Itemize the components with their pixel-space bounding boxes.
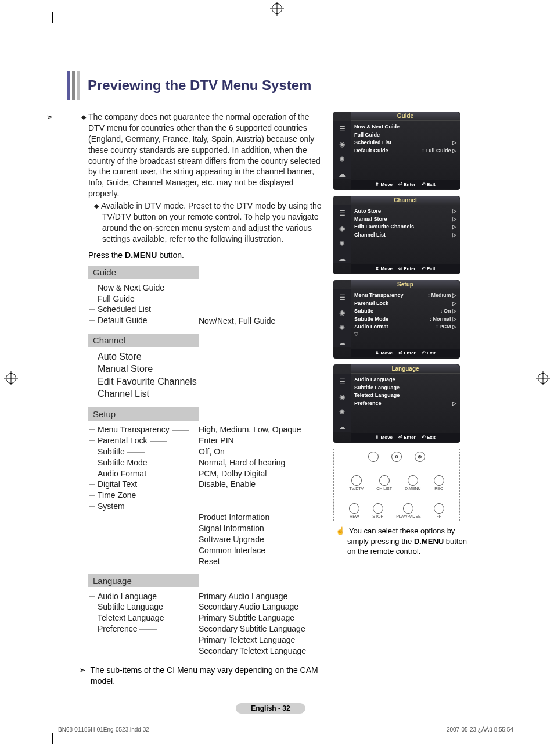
crop-mark [52, 12, 64, 23]
picture-icon: ✺ [337, 155, 347, 164]
tv-icon: ☰ [337, 209, 347, 218]
title-accent [67, 71, 80, 100]
osd-row: Subtitle: On ▷ [354, 307, 456, 316]
registration-mark-icon [6, 373, 16, 384]
crop-mark [52, 733, 64, 744]
tree-value: High, Medium, Low, Opaque [199, 424, 323, 435]
remote-button [368, 452, 379, 463]
section-channel: Channel Auto Store Manual Store Edit Fav… [88, 334, 323, 400]
tree-item: Parental Lock [88, 435, 199, 446]
section-guide: Guide Now & Next Guide Full Guide Schedu… [88, 266, 323, 327]
intro-paragraph-2: ◆Available in DTV mode. Preset to the DT… [102, 200, 323, 245]
sound-icon: ☁ [337, 422, 347, 432]
osd-row: Parental Lock▷ [354, 300, 456, 308]
tree-item: Scheduled List [88, 304, 199, 315]
osd-enter-hint: ⏎ Enter [398, 435, 416, 440]
tree-item: Teletext Language [88, 612, 199, 624]
remote-button: TV/DTV [349, 475, 364, 490]
crop-mark [508, 733, 519, 744]
section-header: Language [88, 574, 199, 587]
input-icon: ◉ [337, 139, 347, 149]
tree-item: Default Guide [88, 315, 199, 326]
osd-move-hint: ⇳ Move [375, 435, 393, 440]
footer-timestamp: 2007-05-23 ¿ÀÀü 8:55:54 [447, 726, 513, 733]
picture-icon: ✺ [337, 239, 347, 248]
footnote: ➣ The sub-items of the CI Menu may vary … [91, 665, 323, 687]
tree-value: Secondary Audio Language [199, 601, 323, 612]
osd-row: Channel List▷ [354, 231, 456, 239]
tree-item: System [88, 501, 199, 512]
section-header: Guide [88, 266, 199, 279]
tree-item: Subtitle [88, 446, 199, 457]
osd-panel-language: Language ☰ ◉ ✺ ☁ Audio LanguageSubtitle … [333, 364, 460, 443]
section-header: Setup [88, 407, 199, 421]
osd-title: Guide [351, 112, 460, 121]
osd-row: Audio Language [354, 376, 456, 384]
osd-more-indicator: ▽ [354, 331, 456, 337]
remote-button: REW [349, 503, 359, 518]
remote-button: REC [434, 475, 444, 490]
tree-value: PCM, Dolby Digital [199, 468, 323, 479]
registration-mark-icon [272, 3, 282, 14]
intro-paragraph-1: ➣◆The company does not guarantee the nor… [88, 112, 323, 199]
tree-value: Primary Teletext Language [199, 635, 323, 646]
tree-value: Primary Audio Language [199, 591, 323, 602]
remote-button: STOP [372, 503, 383, 518]
tree-item: Subtitle Mode [88, 457, 199, 468]
sound-icon: ☁ [337, 170, 347, 179]
footer-filename: BN68-01186H-01Eng-0523.indd 32 [58, 726, 149, 733]
osd-row: Full Guide [354, 131, 456, 139]
osd-row: Auto Store▷ [354, 207, 456, 216]
tree-value: Secondary Teletext Language [199, 646, 323, 657]
osd-row: Preference▷ [354, 400, 456, 408]
section-setup: Setup Menu Transparency Parental Lock Su… [88, 407, 323, 567]
osd-row: Subtitle Language [354, 384, 456, 392]
osd-panel-guide: Guide ☰ ◉ ✺ ☁ Now & Next GuideFull Guide… [333, 112, 460, 190]
remote-button: 0 [391, 452, 402, 463]
tree-value: Secondary Subtitle Language [199, 624, 323, 635]
osd-row: Scheduled List▷ [354, 139, 456, 147]
input-icon: ◉ [337, 392, 347, 402]
tree-item: Subtitle Language [88, 601, 199, 612]
tree-item: Time Zone [88, 490, 199, 501]
osd-row: Menu Transparency: Medium ▷ [354, 292, 456, 300]
remote-button: CH LIST [376, 475, 392, 490]
tree-item: Channel List [88, 388, 323, 400]
tree-value: Software Upgrade [199, 534, 323, 545]
sound-icon: ☁ [337, 338, 347, 347]
remote-button: ⊜ [415, 452, 425, 463]
crop-mark [508, 12, 519, 23]
sound-icon: ☁ [337, 254, 347, 263]
osd-row: Default Guide: Full Guide ▷ [354, 147, 456, 155]
osd-row: Audio Format: PCM ▷ [354, 323, 456, 331]
osd-row: Edit Favourite Channels▷ [354, 223, 456, 231]
tip-text: ☝ You can select these options by simply… [347, 526, 467, 557]
registration-mark-icon [538, 373, 548, 384]
osd-enter-hint: ⏎ Enter [398, 350, 416, 356]
tree-value: Enter PIN [199, 435, 323, 446]
osd-row: Teletext Language [354, 392, 456, 400]
page-title: Previewing the DTV Menu System [88, 77, 311, 94]
osd-row: Manual Store▷ [354, 216, 456, 224]
tree-value: Now/Next, Full Guide [199, 282, 323, 327]
tree-item: Now & Next Guide [88, 282, 199, 293]
tree-value: Disable, Enable [199, 479, 323, 490]
tv-icon: ☰ [337, 377, 347, 386]
osd-row: Subtitle Mode: Normal ▷ [354, 316, 456, 324]
osd-exit-hint: ↶ Exit [422, 350, 436, 356]
remote-button: FF [434, 503, 444, 518]
osd-panel-setup: Setup ☰ ◉ ✺ ☁ Menu Transparency: Medium … [333, 280, 460, 359]
press-dmenu-line: Press the D.MENU button. [88, 250, 323, 260]
tree-item: Digital Text [88, 479, 199, 490]
osd-title: Language [351, 364, 460, 374]
osd-exit-hint: ↶ Exit [422, 435, 436, 440]
section-header: Channel [88, 334, 199, 347]
picture-icon: ✺ [337, 407, 347, 417]
tree-value: Primary Subtitle Language [199, 612, 323, 624]
osd-exit-hint: ↶ Exit [422, 182, 436, 187]
osd-move-hint: ⇳ Move [375, 266, 393, 271]
tree-item: Menu Transparency [88, 424, 199, 435]
input-icon: ◉ [337, 308, 347, 317]
picture-icon: ✺ [337, 323, 347, 332]
input-icon: ◉ [337, 224, 347, 233]
